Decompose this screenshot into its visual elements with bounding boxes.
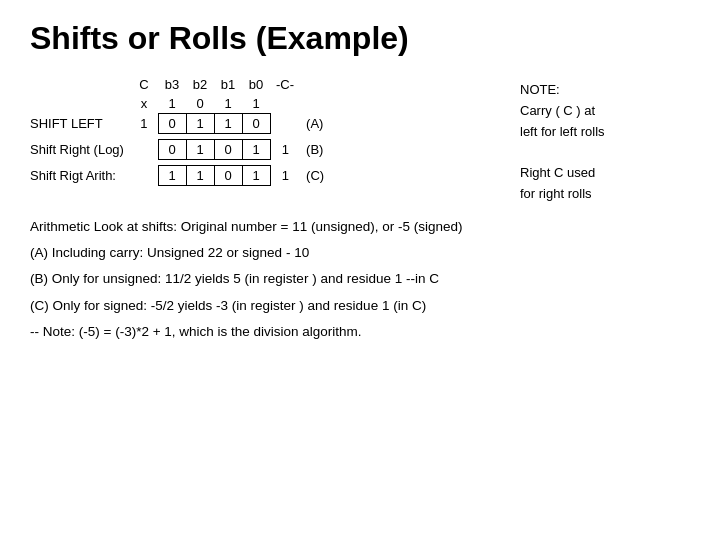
header-b3: b3 bbox=[158, 75, 186, 94]
shift-left-extra bbox=[270, 114, 300, 134]
shift-right-log-label: Shift Right (Log) bbox=[30, 140, 130, 160]
init-b2: 0 bbox=[186, 94, 214, 114]
header-c: C bbox=[130, 75, 158, 94]
note-line2: Carry ( C ) at bbox=[520, 101, 690, 122]
init-b0: 1 bbox=[242, 94, 270, 114]
table-section: C b3 b2 b1 b0 -C- x 1 0 1 1 bbox=[30, 75, 510, 186]
diagram-area: C b3 b2 b1 b0 -C- x 1 0 1 1 bbox=[30, 75, 690, 205]
shifts-table: C b3 b2 b1 b0 -C- x 1 0 1 1 bbox=[30, 75, 330, 186]
shift-right-log-cx bbox=[130, 140, 158, 160]
note-line1: NOTE: bbox=[520, 80, 690, 101]
shift-left-b2: 1 bbox=[186, 114, 214, 134]
shift-right-arith-extra: 1 bbox=[270, 166, 300, 186]
header-empty2 bbox=[30, 94, 130, 114]
shift-left-label: SHIFT LEFT bbox=[30, 114, 130, 134]
header-c2: -C- bbox=[270, 75, 300, 94]
shift-right-log-letter: (B) bbox=[300, 140, 330, 160]
shift-right-arith-cx bbox=[130, 166, 158, 186]
page-title: Shifts or Rolls (Example) bbox=[30, 20, 690, 57]
note-line3: left for left rolls bbox=[520, 122, 690, 143]
shift-right-log-b2: 1 bbox=[186, 140, 214, 160]
header-b2: b2 bbox=[186, 75, 214, 94]
info-line3: (B) Only for unsigned: 11/2 yields 5 (in… bbox=[30, 267, 690, 291]
init-extra bbox=[270, 94, 300, 114]
shift-right-log-extra: 1 bbox=[270, 140, 300, 160]
header-x: x bbox=[130, 94, 158, 114]
shift-right-log-row: Shift Right (Log) 0 1 0 1 1 (B) bbox=[30, 140, 330, 160]
shift-left-b3: 0 bbox=[158, 114, 186, 134]
note-content: NOTE: Carry ( C ) at left for left rolls… bbox=[520, 80, 690, 205]
note-line4: Right C used bbox=[520, 163, 690, 184]
info-lines: Arithmetic Look at shifts: Original numb… bbox=[30, 215, 690, 344]
header-letter-empty bbox=[300, 75, 330, 94]
note-section: NOTE: Carry ( C ) at left for left rolls… bbox=[510, 75, 690, 205]
shift-right-log-b3: 0 bbox=[158, 140, 186, 160]
note-line5: for right rolls bbox=[520, 184, 690, 205]
page: Shifts or Rolls (Example) C b3 b2 b1 b0 … bbox=[0, 0, 720, 540]
info-line5: -- Note: (-5) = (-3)*2 + 1, which is the… bbox=[30, 320, 690, 344]
shift-right-log-b1: 0 bbox=[214, 140, 242, 160]
shift-left-b1: 1 bbox=[214, 114, 242, 134]
shift-right-arith-row: Shift Rigt Arith: 1 1 0 1 1 (C) bbox=[30, 166, 330, 186]
info-line2: (A) Including carry: Unsigned 22 or sign… bbox=[30, 241, 690, 265]
shift-left-b0: 0 bbox=[242, 114, 270, 134]
shift-right-arith-label: Shift Rigt Arith: bbox=[30, 166, 130, 186]
shift-right-log-b0: 1 bbox=[242, 140, 270, 160]
header-empty bbox=[30, 75, 130, 94]
init-b3: 1 bbox=[158, 94, 186, 114]
shift-left-letter: (A) bbox=[300, 114, 330, 134]
info-line4: (C) Only for signed: -5/2 yields -3 (in … bbox=[30, 294, 690, 318]
header-b0: b0 bbox=[242, 75, 270, 94]
shift-right-arith-b3: 1 bbox=[158, 166, 186, 186]
init-letter bbox=[300, 94, 330, 114]
shift-right-arith-b1: 0 bbox=[214, 166, 242, 186]
init-b1: 1 bbox=[214, 94, 242, 114]
shift-right-arith-letter: (C) bbox=[300, 166, 330, 186]
shift-right-arith-b2: 1 bbox=[186, 166, 214, 186]
header-b1: b1 bbox=[214, 75, 242, 94]
shift-left-cx: 1 bbox=[130, 114, 158, 134]
table-header-row2: x 1 0 1 1 bbox=[30, 94, 330, 114]
shift-right-arith-b0: 1 bbox=[242, 166, 270, 186]
shift-left-row: SHIFT LEFT 1 0 1 1 0 (A) bbox=[30, 114, 330, 134]
table-header-row1: C b3 b2 b1 b0 -C- bbox=[30, 75, 330, 94]
info-line1: Arithmetic Look at shifts: Original numb… bbox=[30, 215, 690, 239]
